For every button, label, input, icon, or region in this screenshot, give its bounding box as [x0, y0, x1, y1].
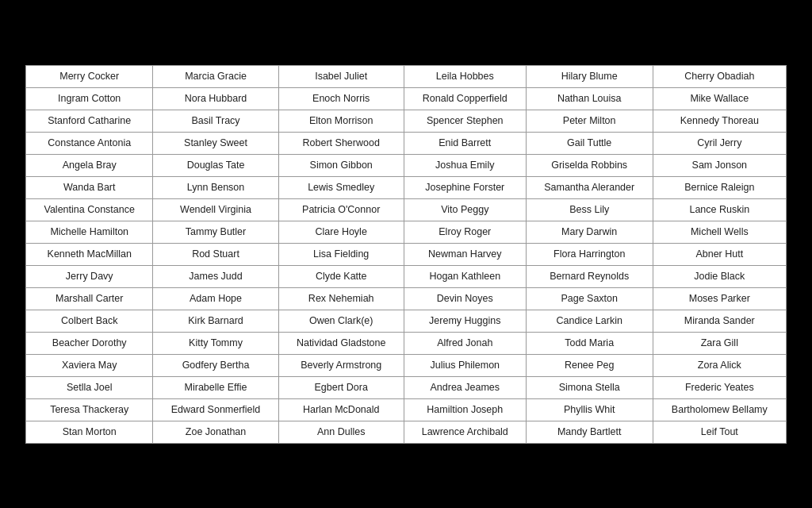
names-table-container: Merry CockerMarcia GracieIsabel JulietLe…: [25, 65, 787, 444]
table-cell: Mike Wallace: [653, 87, 786, 110]
table-cell: Edward Sonmerfield: [153, 398, 278, 421]
table-cell: Marcia Gracie: [153, 65, 278, 87]
table-cell: Rod Stuart: [153, 243, 278, 265]
table-row: Colbert BackKirk BarnardOwen Clark(e)Jer…: [26, 310, 787, 332]
table-row: Xaviera MayGodfery BerthaBeverly Armstro…: [26, 354, 787, 376]
table-cell: Nathan Louisa: [526, 87, 653, 110]
table-cell: Nora Hubbard: [153, 87, 278, 110]
table-cell: Clyde Katte: [278, 265, 404, 287]
table-cell: Flora Harrington: [526, 243, 653, 265]
table-cell: Kirk Barnard: [153, 310, 278, 332]
table-row: Wanda BartLynn BensonLewis SmedleyJoseph…: [26, 176, 787, 198]
table-cell: Zora Alick: [653, 354, 786, 376]
table-row: Setlla JoelMirabelle EffieEgbert DoraAnd…: [26, 376, 787, 398]
table-cell: Stanford Catharine: [26, 110, 153, 132]
table-row: Valentina ConstanceWendell VirginiaPatri…: [26, 198, 787, 221]
table-cell: Zara Gill: [653, 332, 786, 354]
table-cell: Kennedy Thoreau: [653, 110, 786, 132]
table-cell: Kenneth MacMillan: [26, 243, 153, 265]
table-cell: Tammy Butler: [153, 221, 278, 243]
table-cell: Cherry Obadiah: [653, 65, 786, 87]
table-cell: Jerry Davy: [26, 265, 153, 287]
table-cell: Beverly Armstrong: [278, 354, 404, 376]
table-cell: Stanley Sweet: [153, 132, 278, 154]
table-cell: Alfred Jonah: [404, 332, 526, 354]
table-cell: Xaviera May: [26, 354, 153, 376]
table-cell: Lynn Benson: [153, 176, 278, 198]
table-cell: Godfery Bertha: [153, 354, 278, 376]
table-cell: Page Saxton: [526, 287, 653, 310]
table-cell: Miranda Sander: [653, 310, 786, 332]
table-cell: Teresa Thackeray: [26, 398, 153, 421]
table-cell: Douglas Tate: [153, 154, 278, 176]
table-cell: Robert Sherwood: [278, 132, 404, 154]
table-cell: Wanda Bart: [26, 176, 153, 198]
table-row: Michelle HamiltonTammy ButlerClare Hoyle…: [26, 221, 787, 243]
table-cell: Setlla Joel: [26, 376, 153, 398]
table-cell: Cyril Jerry: [653, 132, 786, 154]
table-cell: Julius Philemon: [404, 354, 526, 376]
table-cell: Enid Barrett: [404, 132, 526, 154]
table-row: Merry CockerMarcia GracieIsabel JulietLe…: [26, 65, 787, 87]
table-cell: Ann Dulles: [278, 421, 404, 443]
table-cell: Vito Peggy: [404, 198, 526, 221]
table-cell: Leila Hobbes: [404, 65, 526, 87]
table-row: Beacher DorothyKitty TommyNatividad Glad…: [26, 332, 787, 354]
table-cell: Stan Morton: [26, 421, 153, 443]
table-cell: Hamiltion Joseph: [404, 398, 526, 421]
table-cell: Isabel Juliet: [278, 65, 404, 87]
table-cell: Simon Gibbon: [278, 154, 404, 176]
table-cell: Valentina Constance: [26, 198, 153, 221]
table-row: Marshall CarterAdam HopeRex NehemiahDevi…: [26, 287, 787, 310]
table-cell: Elroy Roger: [404, 221, 526, 243]
table-cell: Moses Parker: [653, 287, 786, 310]
table-cell: Marshall Carter: [26, 287, 153, 310]
table-cell: Michelle Hamilton: [26, 221, 153, 243]
table-cell: Renee Peg: [526, 354, 653, 376]
table-cell: Bess Lily: [526, 198, 653, 221]
table-cell: Owen Clark(e): [278, 310, 404, 332]
table-cell: Jeremy Huggins: [404, 310, 526, 332]
table-cell: Abner Hutt: [653, 243, 786, 265]
table-cell: Lance Ruskin: [653, 198, 786, 221]
table-cell: Wendell Virginia: [153, 198, 278, 221]
table-cell: Mary Darwin: [526, 221, 653, 243]
table-cell: Mandy Bartlett: [526, 421, 653, 443]
table-cell: Joshua Emily: [404, 154, 526, 176]
table-cell: Ronald Copperfield: [404, 87, 526, 110]
table-cell: Mirabelle Effie: [153, 376, 278, 398]
table-cell: Kitty Tommy: [153, 332, 278, 354]
table-cell: Newman Harvey: [404, 243, 526, 265]
table-cell: Clare Hoyle: [278, 221, 404, 243]
table-cell: Egbert Dora: [278, 376, 404, 398]
table-cell: Elton Morrison: [278, 110, 404, 132]
table-cell: Bernard Reynolds: [526, 265, 653, 287]
table-cell: Gail Tuttle: [526, 132, 653, 154]
table-row: Stan MortonZoe JonathanAnn DullesLawrenc…: [26, 421, 787, 443]
table-cell: Adam Hope: [153, 287, 278, 310]
table-cell: Lewis Smedley: [278, 176, 404, 198]
table-cell: Bernice Raleign: [653, 176, 786, 198]
table-row: Jerry DavyJames JuddClyde KatteHogan Kat…: [26, 265, 787, 287]
table-row: Teresa ThackerayEdward SonmerfieldHarlan…: [26, 398, 787, 421]
table-row: Constance AntoniaStanley SweetRobert She…: [26, 132, 787, 154]
table-cell: Beacher Dorothy: [26, 332, 153, 354]
table-row: Angela BrayDouglas TateSimon GibbonJoshu…: [26, 154, 787, 176]
table-cell: Colbert Back: [26, 310, 153, 332]
table-cell: Andrea Jeames: [404, 376, 526, 398]
table-cell: Hilary Blume: [526, 65, 653, 87]
table-cell: Sam Jonson: [653, 154, 786, 176]
table-cell: Griselda Robbins: [526, 154, 653, 176]
table-cell: Michell Wells: [653, 221, 786, 243]
table-cell: Constance Antonia: [26, 132, 153, 154]
table-cell: Phyllis Whit: [526, 398, 653, 421]
table-row: Kenneth MacMillanRod StuartLisa Fielding…: [26, 243, 787, 265]
table-cell: Leif Tout: [653, 421, 786, 443]
table-cell: Josephine Forster: [404, 176, 526, 198]
table-cell: Devin Noyes: [404, 287, 526, 310]
table-cell: Merry Cocker: [26, 65, 153, 87]
table-cell: Spencer Stephen: [404, 110, 526, 132]
table-cell: Natividad Gladstone: [278, 332, 404, 354]
table-cell: Enoch Norris: [278, 87, 404, 110]
table-cell: Harlan McDonald: [278, 398, 404, 421]
